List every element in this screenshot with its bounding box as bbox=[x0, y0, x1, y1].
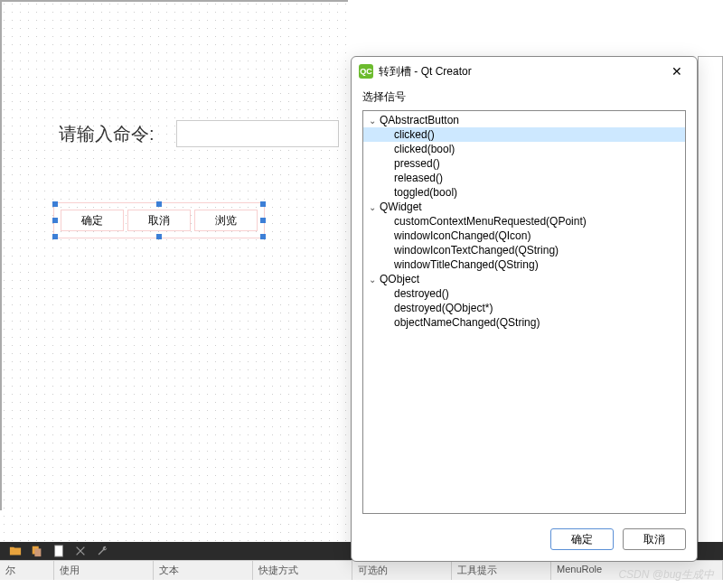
resize-handle[interactable] bbox=[52, 201, 58, 207]
chevron-down-icon: ⌄ bbox=[369, 116, 380, 126]
status-cell[interactable]: 文本 bbox=[154, 561, 253, 580]
resize-handle[interactable] bbox=[52, 218, 58, 223]
form-outline bbox=[0, 0, 348, 510]
prompt-label: 请输入命令: bbox=[59, 122, 155, 146]
tree-group[interactable]: ⌄QAbstractButton bbox=[363, 113, 685, 127]
tree-item[interactable]: destroyed(QObject*) bbox=[363, 301, 685, 315]
svg-rect-2 bbox=[55, 546, 63, 556]
cancel-button-widget[interactable]: 取消 bbox=[127, 210, 191, 231]
ok-button-widget[interactable]: 确定 bbox=[61, 210, 124, 231]
status-cell[interactable]: 可选的 bbox=[352, 561, 452, 580]
property-header-row: 尔 使用 文本 快捷方式 可选的 工具提示 MenuRole bbox=[0, 560, 723, 580]
tree-item[interactable]: objectNameChanged(QString) bbox=[363, 315, 685, 330]
command-input[interactable] bbox=[176, 120, 339, 147]
resize-handle[interactable] bbox=[156, 201, 162, 207]
resize-handle[interactable] bbox=[156, 234, 162, 239]
designer-canvas[interactable]: 请输入命令: 确定 取消 浏览 bbox=[0, 0, 348, 542]
status-cell[interactable]: 快捷方式 bbox=[253, 561, 352, 580]
tree-item[interactable]: windowIconChanged(QIcon) bbox=[363, 229, 685, 243]
resize-handle[interactable] bbox=[260, 201, 266, 207]
status-cell[interactable]: 使用 bbox=[54, 561, 154, 580]
qtcreator-icon: QC bbox=[359, 64, 373, 79]
close-icon[interactable]: ✕ bbox=[664, 61, 690, 82]
svg-rect-1 bbox=[34, 548, 41, 556]
status-cell[interactable]: 尔 bbox=[0, 561, 54, 580]
watermark-text: CSDN @bug生成中 bbox=[618, 567, 714, 583]
tree-item[interactable]: pressed() bbox=[363, 156, 685, 171]
dialog-ok-button[interactable]: 确定 bbox=[550, 528, 614, 550]
dialog-cancel-button[interactable]: 取消 bbox=[623, 528, 686, 550]
tree-item[interactable]: toggled(bool) bbox=[363, 185, 685, 200]
tree-group-label: QObject bbox=[380, 273, 419, 285]
cut-icon[interactable] bbox=[74, 545, 87, 557]
tree-item[interactable]: destroyed() bbox=[363, 286, 685, 301]
wrench-icon[interactable] bbox=[96, 545, 108, 557]
resize-handle[interactable] bbox=[52, 234, 58, 239]
tree-item[interactable]: windowTitleChanged(QString) bbox=[363, 257, 685, 272]
select-signal-label: 选择信号 bbox=[352, 86, 697, 110]
browse-button-widget[interactable]: 浏览 bbox=[194, 210, 258, 231]
tree-item[interactable]: windowIconTextChanged(QString) bbox=[363, 243, 685, 257]
goto-slot-dialog: QC 转到槽 - Qt Creator ✕ 选择信号 ⌄QAbstractBut… bbox=[351, 56, 698, 562]
tree-item[interactable]: customContextMenuRequested(QPoint) bbox=[363, 214, 685, 229]
tree-item[interactable]: clicked(bool) bbox=[363, 142, 685, 156]
chevron-down-icon: ⌄ bbox=[369, 275, 380, 285]
tree-group-label: QAbstractButton bbox=[380, 114, 459, 126]
resize-handle[interactable] bbox=[260, 218, 266, 223]
signal-tree[interactable]: ⌄QAbstractButtonclicked()clicked(bool)pr… bbox=[362, 110, 686, 514]
tree-item[interactable]: released() bbox=[363, 171, 685, 185]
button-row-selection[interactable]: 确定 取消 浏览 bbox=[61, 210, 258, 231]
tree-item[interactable]: clicked() bbox=[363, 127, 685, 142]
tree-group-label: QWidget bbox=[380, 201, 422, 213]
copy-icon[interactable] bbox=[31, 545, 43, 557]
folder-icon[interactable] bbox=[9, 545, 22, 557]
document-icon[interactable] bbox=[52, 545, 65, 557]
dialog-button-row: 确定 取消 bbox=[352, 521, 697, 561]
dialog-title-text: 转到槽 - Qt Creator bbox=[379, 64, 472, 79]
resize-handle[interactable] bbox=[260, 234, 266, 239]
side-panel bbox=[698, 56, 723, 562]
chevron-down-icon: ⌄ bbox=[369, 202, 380, 212]
tree-group[interactable]: ⌄QObject bbox=[363, 272, 685, 286]
dialog-titlebar[interactable]: QC 转到槽 - Qt Creator ✕ bbox=[352, 57, 697, 86]
status-cell[interactable]: 工具提示 bbox=[452, 561, 551, 580]
tree-group[interactable]: ⌄QWidget bbox=[363, 200, 685, 214]
